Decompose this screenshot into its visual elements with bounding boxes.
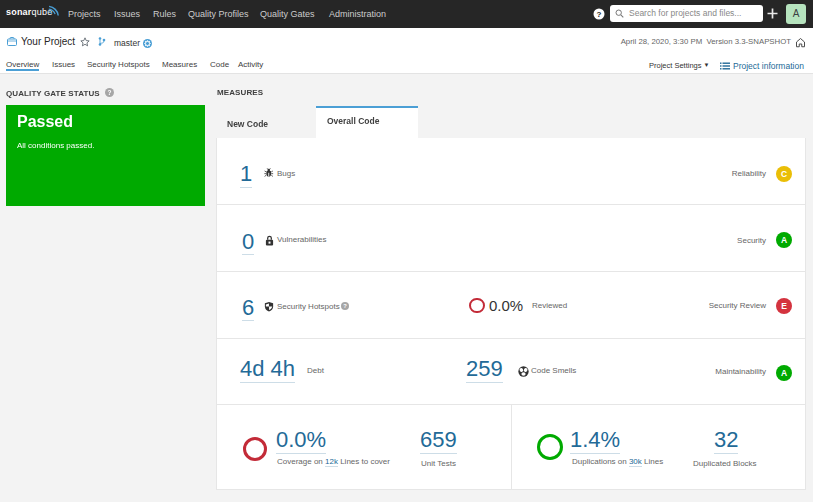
svg-text:?: ?: [597, 10, 602, 19]
svg-text:?: ?: [108, 89, 112, 96]
